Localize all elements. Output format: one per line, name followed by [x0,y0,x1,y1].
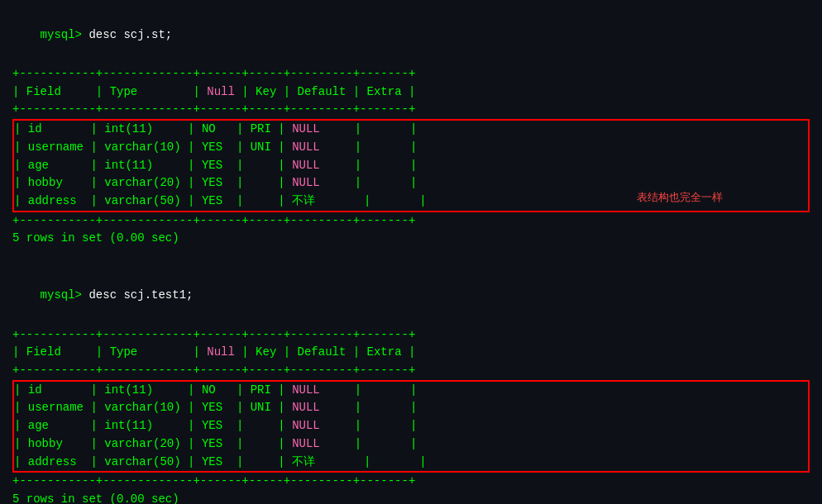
table2-row-age: | age | int(11) | YES | | NULL | | [14,417,808,435]
sep-mid-2: +-----------+-------------+------+-----+… [12,362,810,380]
result-1: 5 rows in set (0.00 sec) [12,230,810,248]
table2-redbox: | id | int(11) | NO | PRI | NULL | | | u… [12,380,810,473]
spacer-1 [12,251,810,269]
table2-row-address: | address | varchar(50) | YES | | 不详 | | [14,454,808,472]
sep-top-2: +-----------+-------------+------+-----+… [12,326,810,345]
result-2: 5 rows in set (0.00 sec) [12,491,810,504]
terminal-window: mysql> desc scj.st; +-----------+-------… [12,8,810,504]
command-text-1: desc scj.st; [88,28,172,41]
sep-top-1: +-----------+-------------+------+-----+… [12,65,810,83]
command-line-1: mysql> desc scj.st; [12,8,810,62]
command-text-2: desc scj.test1; [88,288,193,302]
table1-row-age: | age | int(11) | YES | | NULL | | [14,157,808,175]
header-row-1: | Field | Type | Null | Key | Default | … [12,83,810,102]
prompt-1: mysql> [41,28,89,41]
table2-row-hobby: | hobby | varchar(20) | YES | | NULL | | [14,435,808,454]
prompt-2: mysql> [41,288,89,302]
command-line-2: mysql> desc scj.test1; [12,269,810,323]
header-row-2: | Field | Type | Null | Key | Default | … [12,344,810,362]
table2-row-username: | username | varchar(10) | YES | UNI | N… [14,399,808,417]
table1-row-id: | id | int(11) | NO | PRI | NULL | | [14,121,808,139]
sep-bot-2: +-----------+-------------+------+-----+… [12,473,810,491]
table2-row-id: | id | int(11) | NO | PRI | NULL | | [14,382,808,400]
sep-bot-1: +-----------+-------------+------+-----+… [12,212,810,231]
table1-row-username: | username | varchar(10) | YES | UNI | N… [14,139,808,157]
annotation-text: 表结构也完全一样 [637,190,723,205]
sep-mid-1: +-----------+-------------+------+-----+… [12,101,810,119]
